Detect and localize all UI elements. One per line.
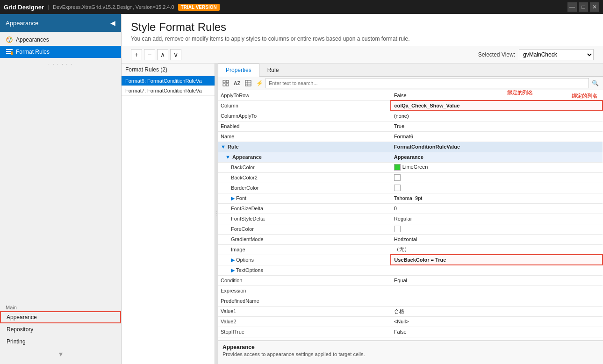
format-rule-item[interactable]: Format6: FormatConditionRuleVa [122, 76, 215, 86]
prop-value[interactable]: 合格 [391, 306, 603, 316]
prop-value[interactable] [391, 183, 603, 193]
table-row: BackColor2 [218, 172, 603, 183]
table-row: GradientMode Horizontal [218, 234, 603, 244]
maximize-button[interactable]: □ [579, 2, 588, 12]
svg-rect-12 [226, 84, 229, 86]
properties-search-input[interactable] [266, 78, 589, 88]
expand-textoptions-icon[interactable]: ▶ [231, 267, 235, 273]
section-value: FormatConditionRuleValue [391, 142, 603, 152]
prop-value[interactable]: <Null> [391, 316, 603, 327]
sidebar-item-format-rules[interactable]: Format Rules [0, 46, 121, 58]
table-row: ApplyToRow False [218, 90, 603, 100]
svg-point-2 [10, 38, 12, 40]
events-button[interactable]: ⚡ [254, 78, 265, 88]
subsection-key: ▼Appearance [218, 152, 391, 162]
prop-key: Image [218, 244, 391, 255]
move-down-button[interactable]: ∨ [170, 49, 181, 60]
prop-value-column[interactable]: colQa_Check_Show_Value 绑定的列名 [391, 100, 603, 111]
prop-value[interactable]: Horizontal [391, 234, 603, 244]
prop-value[interactable] [391, 172, 603, 183]
title-sep: | [48, 4, 49, 10]
format-rules-header: Format Rules (2) [122, 64, 215, 76]
svg-rect-7 [11, 52, 13, 55]
prop-value[interactable] [391, 224, 603, 234]
page-title: Style Format Rules [131, 21, 594, 34]
toolbar-right: Selected View: gvMainCheck gvMain gvDeta… [478, 49, 594, 60]
table-row: Expression [218, 285, 603, 296]
table-row: Value1 合格 [218, 306, 603, 316]
content-toolbar: + − ∧ ∨ Selected View: gvMainCheck gvMai… [122, 46, 603, 64]
prop-key: ApplyToRow [218, 90, 391, 100]
prop-value[interactable] [391, 265, 603, 275]
page-subtitle: You can add, remove or modify items to a… [131, 36, 594, 42]
section-key: ▼Rule [218, 142, 391, 152]
prop-value[interactable]: False [391, 90, 603, 100]
categorized-button[interactable] [221, 78, 231, 88]
svg-point-3 [9, 41, 10, 42]
prop-key: ColumnApplyTo [218, 111, 391, 121]
prop-value[interactable]: Regular [391, 214, 603, 224]
prop-value[interactable] [391, 296, 603, 306]
prop-value[interactable]: 0 [391, 203, 603, 214]
alpha-icon: AZ [234, 80, 241, 86]
table-row: FontSizeDelta 0 [218, 203, 603, 214]
table-row: FontStyleDelta Regular [218, 214, 603, 224]
column-annotation: 绑定的列名 [572, 93, 597, 100]
prop-value[interactable]: True [391, 121, 603, 131]
format-rule-item[interactable]: Format7: FormatConditionRuleVa [122, 86, 215, 96]
prop-key: Condition [218, 275, 391, 285]
move-up-button[interactable]: ∧ [157, 49, 168, 60]
prop-value[interactable] [391, 285, 603, 296]
sidebar-item-repository[interactable]: Repository [0, 323, 121, 335]
alphabetical-button[interactable]: AZ [232, 78, 242, 88]
prop-value[interactable]: (none) [391, 111, 603, 121]
tab-properties[interactable]: Properties [218, 64, 259, 77]
sidebar-item-printing[interactable]: Printing [0, 335, 121, 348]
sidebar-collapse-button[interactable]: ◀ [110, 19, 115, 27]
table-row: ForeColor [218, 224, 603, 234]
prop-value[interactable]: False [391, 327, 603, 337]
section-row-rule: ▼Rule FormatConditionRuleValue [218, 142, 603, 152]
add-rule-button[interactable]: + [131, 49, 142, 60]
prop-value[interactable]: <Null> [391, 337, 603, 341]
lightning-icon: ⚡ [256, 80, 263, 86]
prop-value[interactable]: Format6 [391, 131, 603, 142]
selected-view-dropdown[interactable]: gvMainCheck gvMain gvDetail [519, 49, 594, 60]
scroll-down-indicator: ▾ [0, 348, 121, 360]
properties-grid: ApplyToRow False Column colQa_Check_Show… [218, 90, 603, 341]
table-row: Column colQa_Check_Show_Value 绑定的列名 [218, 100, 603, 111]
table-row: ColumnApplyTo (none) [218, 111, 603, 121]
prop-key: FontStyleDelta [218, 214, 391, 224]
sidebar-item-appearance[interactable]: Appearance [0, 311, 121, 323]
close-button[interactable]: ✕ [590, 2, 599, 12]
svg-point-1 [7, 38, 9, 40]
svg-rect-10 [226, 80, 229, 83]
title-bar: Grid Designer | DevExpress.XtraGrid.v15.… [0, 0, 603, 14]
sidebar-header: Appearance ◀ [0, 14, 121, 32]
properties-footer: Appearance Provides access to appearance… [218, 341, 603, 364]
expand-rule-icon[interactable]: ▼ [221, 144, 226, 150]
tab-rule[interactable]: Rule [259, 64, 287, 77]
window-controls: — □ ✕ [567, 2, 599, 12]
table-row: BackColor LimeGreen [218, 162, 603, 172]
properties-pages-button[interactable] [243, 78, 253, 88]
prop-key: StopIfTrue [218, 327, 391, 337]
table-row: Condition Equal [218, 275, 603, 285]
prop-key: Tag [218, 337, 391, 341]
prop-key: BorderColor [218, 183, 391, 193]
table-row: ▶ TextOptions [218, 265, 603, 275]
prop-key: PredefinedName [218, 296, 391, 306]
remove-rule-button[interactable]: − [144, 49, 155, 60]
minimize-button[interactable]: — [567, 2, 577, 12]
expand-appearance-icon[interactable]: ▼ [225, 154, 230, 160]
printing-label: Printing [7, 338, 26, 345]
prop-value-options[interactable]: UseBackColor = True [391, 255, 603, 265]
table-row: PredefinedName [218, 296, 603, 306]
prop-value[interactable]: LimeGreen [391, 162, 603, 172]
prop-value[interactable]: Equal [391, 275, 603, 285]
expand-font-icon[interactable]: ▶ [231, 195, 235, 201]
sidebar-item-appearances[interactable]: Appearances [0, 34, 121, 46]
prop-value[interactable]: Tahoma, 9pt [391, 193, 603, 203]
prop-value[interactable]: （无） [391, 244, 603, 255]
expand-options-icon[interactable]: ▶ [231, 257, 235, 263]
